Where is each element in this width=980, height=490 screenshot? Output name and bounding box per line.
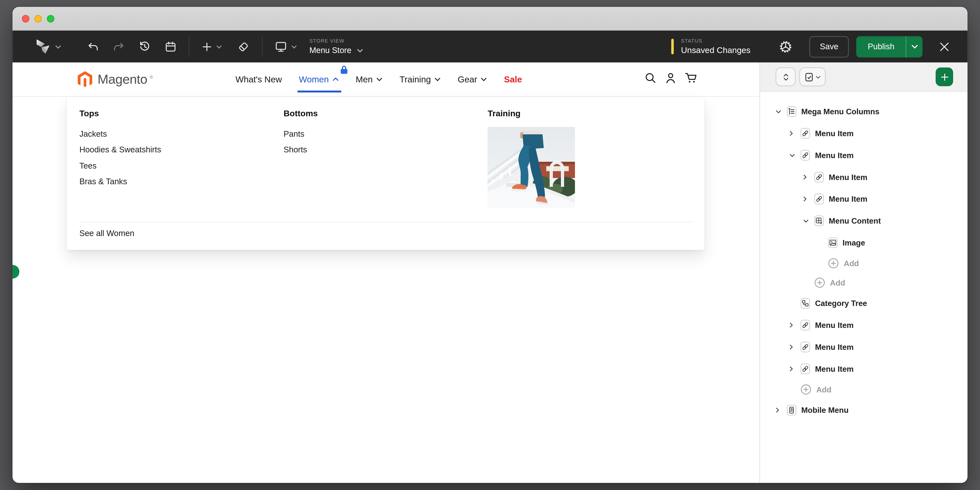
settings-gear-icon[interactable] <box>779 40 792 53</box>
grid-plus-icon <box>815 216 824 226</box>
store-view-switcher[interactable]: STORE VIEW Menu Store <box>309 39 363 54</box>
tree-row-label: Menu Item <box>815 321 854 330</box>
mega-menu-link[interactable]: Shorts <box>283 142 488 158</box>
image-icon <box>828 237 837 248</box>
publish-button-label[interactable]: Publish <box>856 36 905 57</box>
nav-item-women[interactable]: Women <box>299 75 339 84</box>
nav-label: Men <box>356 75 373 84</box>
magento-logo[interactable]: Magento ® <box>78 71 153 88</box>
eraser-icon[interactable] <box>237 41 249 52</box>
nav-label: Women <box>299 75 329 84</box>
mobile-menu-icon <box>787 405 796 415</box>
chevron-right-icon[interactable] <box>803 196 811 202</box>
lock-icon <box>340 65 348 76</box>
chevron-right-icon[interactable] <box>789 322 797 328</box>
mega-menu-link[interactable]: Jackets <box>80 126 284 142</box>
select-tool-dropdown-icon[interactable] <box>55 44 61 48</box>
nav-label: Gear <box>458 75 477 84</box>
expand-collapse-button[interactable] <box>776 67 795 86</box>
layers-panel: Mega Menu Columns Menu Item Menu Item <box>759 62 967 483</box>
chevron-right-icon[interactable] <box>789 344 797 350</box>
tree-row-add[interactable]: Add <box>760 273 967 292</box>
add-block-dropdown-icon[interactable] <box>216 44 222 48</box>
select-mode-button[interactable] <box>799 67 826 86</box>
see-all-link[interactable]: See all Women <box>80 228 135 238</box>
mega-menu-header[interactable]: Training <box>488 109 692 118</box>
app-window: STORE VIEW Menu Store STATUS Unsaved Cha… <box>13 7 967 483</box>
add-block-icon[interactable] <box>202 41 212 52</box>
chevron-right-icon[interactable] <box>803 174 811 180</box>
header-icons <box>645 73 697 86</box>
mega-menu-link[interactable]: Hoodies & Sweatshirts <box>80 142 284 158</box>
tree-row-menu-item[interactable]: Menu Item <box>760 314 967 336</box>
close-window-button[interactable] <box>22 15 29 22</box>
mega-menu-header[interactable]: Tops <box>80 109 284 118</box>
store-nav: What's New Women <box>235 75 522 84</box>
account-icon[interactable] <box>665 73 676 86</box>
tree-row-menu-content[interactable]: Menu Content <box>760 210 967 232</box>
mega-menu-panel: Tops Jackets Hoodies & Sweatshirts Tees … <box>67 97 704 250</box>
magento-logo-icon <box>78 71 92 88</box>
nav-item-sale[interactable]: Sale <box>504 75 522 84</box>
nav-item-training[interactable]: Training <box>399 75 441 84</box>
tree-row-image[interactable]: Image <box>760 232 967 254</box>
mega-menu-link[interactable]: Bras & Tanks <box>80 174 284 190</box>
tree-columns-icon <box>787 106 796 117</box>
tree-row-menu-item[interactable]: Menu Item <box>760 336 967 358</box>
chevron-down-icon[interactable] <box>803 219 811 223</box>
tree-row-menu-item[interactable]: Menu Item <box>760 188 967 210</box>
search-icon[interactable] <box>645 73 656 86</box>
tree-row-label: Menu Item <box>815 365 854 373</box>
publish-button[interactable]: Publish <box>856 36 923 57</box>
minimize-window-button[interactable] <box>34 15 42 22</box>
history-icon[interactable] <box>139 41 151 52</box>
device-preview-dropdown-icon[interactable] <box>291 44 297 48</box>
tree-row-add[interactable]: Add <box>760 380 967 399</box>
tree-row-add[interactable]: Add <box>760 254 967 273</box>
storefront-header: Magento ® What's New Women <box>13 62 759 97</box>
tree-row-menu-item[interactable]: Menu Item <box>760 166 967 188</box>
tree-row-label: Add <box>844 259 859 268</box>
calendar-icon[interactable] <box>165 41 176 52</box>
tree-row-label: Menu Item <box>815 343 854 351</box>
tree-row-label: Menu Content <box>829 216 881 225</box>
link-icon <box>801 128 810 139</box>
chevron-right-icon[interactable] <box>789 130 797 136</box>
tree-row-menu-item[interactable]: Menu Item <box>760 144 967 167</box>
nav-item-gear[interactable]: Gear <box>458 75 487 84</box>
left-edge-toggle[interactable] <box>13 265 19 279</box>
close-editor-icon[interactable] <box>940 42 948 51</box>
nav-item-whats-new[interactable]: What's New <box>235 75 282 84</box>
chevron-right-icon[interactable] <box>776 408 783 413</box>
mega-menu-header[interactable]: Bottoms <box>283 109 488 118</box>
chevron-down-icon[interactable] <box>776 109 783 113</box>
link-icon <box>801 320 810 331</box>
save-button[interactable]: Save <box>809 36 849 57</box>
zoom-window-button[interactable] <box>47 15 54 22</box>
chevron-down-icon[interactable] <box>789 153 797 157</box>
select-tool-icon[interactable] <box>36 38 51 55</box>
undo-icon[interactable] <box>88 41 99 52</box>
nav-item-men[interactable]: Men <box>356 75 383 84</box>
cart-icon[interactable] <box>685 73 697 86</box>
publish-dropdown-icon[interactable] <box>906 36 923 57</box>
tree-row-mega-menu-columns[interactable]: Mega Menu Columns <box>760 101 967 122</box>
tree-row-menu-item[interactable]: Menu Item <box>760 358 967 380</box>
tree-row-category-tree[interactable]: Category Tree <box>760 292 967 314</box>
device-preview-icon[interactable] <box>275 41 287 52</box>
mega-menu-link[interactable]: Tees <box>80 158 284 174</box>
redo-icon[interactable] <box>113 41 124 52</box>
titlebar <box>13 7 967 31</box>
chevron-right-icon[interactable] <box>789 366 797 372</box>
screen: STORE VIEW Menu Store STATUS Unsaved Cha… <box>0 0 980 490</box>
mega-menu-link[interactable]: Pants <box>283 126 488 142</box>
nav-label: What's New <box>235 75 282 84</box>
panel-add-button[interactable] <box>935 67 953 86</box>
tree-row-menu-item[interactable]: Menu Item <box>760 122 967 144</box>
chevron-down-icon <box>481 78 487 81</box>
tree-row-label: Menu Item <box>829 173 867 181</box>
tree-row-mobile-menu[interactable]: Mobile Menu <box>760 399 967 421</box>
training-promo-image[interactable] <box>488 127 575 208</box>
checkbox-icon <box>805 72 813 82</box>
mega-menu-column-bottoms: Bottoms Pants Shorts <box>283 109 488 208</box>
